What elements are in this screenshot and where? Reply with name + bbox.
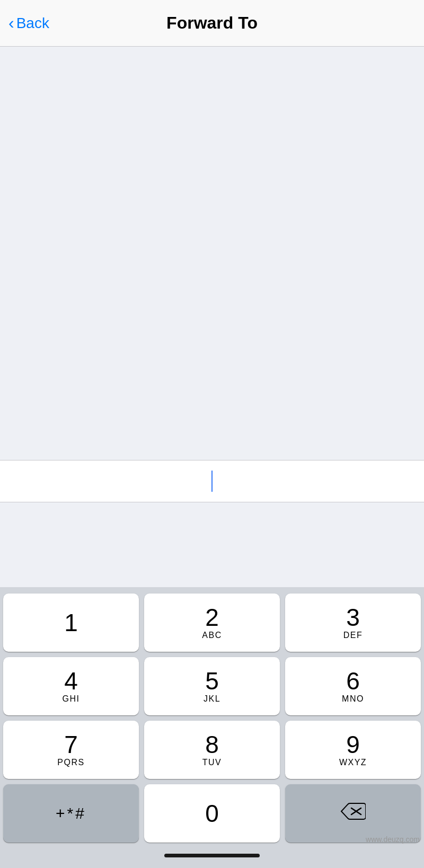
key-5-number: 5 — [205, 669, 219, 693]
key-3[interactable]: 3 DEF — [285, 594, 421, 652]
key-0[interactable]: 0 — [144, 784, 280, 843]
key-7[interactable]: 7 PQRS — [3, 721, 139, 779]
key-9-letters: WXYZ — [339, 758, 367, 767]
text-cursor — [211, 471, 213, 492]
home-indicator-bar — [164, 854, 260, 857]
key-7-letters: PQRS — [57, 758, 84, 767]
phone-input-field[interactable] — [0, 460, 424, 502]
key-1-number: 1 — [64, 610, 78, 635]
key-2[interactable]: 2 ABC — [144, 594, 280, 652]
back-label: Back — [16, 15, 49, 32]
delete-icon — [340, 802, 366, 825]
chevron-left-icon: ‹ — [8, 14, 14, 31]
navigation-bar: ‹ Back Forward To — [0, 0, 424, 47]
back-button[interactable]: ‹ Back — [8, 15, 49, 32]
key-7-number: 7 — [64, 732, 78, 757]
key-symbols-label: +*# — [56, 804, 86, 822]
keyboard-above-spacer — [0, 502, 424, 587]
key-8-number: 8 — [205, 732, 219, 757]
key-4-letters: GHI — [63, 694, 80, 704]
key-8-letters: TUV — [202, 758, 222, 767]
phone-keyboard: 1 2 ABC 3 DEF 4 GHI 5 JKL 6 MNO 7 PQRS 8 — [0, 587, 424, 847]
key-4[interactable]: 4 GHI — [3, 657, 139, 715]
keyboard-grid: 1 2 ABC 3 DEF 4 GHI 5 JKL 6 MNO 7 PQRS 8 — [3, 594, 421, 843]
key-6-number: 6 — [346, 669, 360, 693]
key-5[interactable]: 5 JKL — [144, 657, 280, 715]
key-2-letters: ABC — [202, 631, 222, 640]
key-5-letters: JKL — [204, 694, 220, 704]
home-indicator-area — [0, 847, 424, 868]
content-area — [0, 47, 424, 460]
key-4-number: 4 — [64, 669, 78, 693]
page-title: Forward To — [166, 13, 258, 33]
key-6-letters: MNO — [342, 694, 364, 704]
key-symbols[interactable]: +*# — [3, 784, 139, 843]
key-9-number: 9 — [346, 732, 360, 757]
key-0-number: 0 — [205, 801, 219, 826]
key-1[interactable]: 1 — [3, 594, 139, 652]
key-3-number: 3 — [346, 605, 360, 630]
key-3-letters: DEF — [343, 631, 363, 640]
key-6[interactable]: 6 MNO — [285, 657, 421, 715]
key-delete[interactable] — [285, 784, 421, 843]
key-8[interactable]: 8 TUV — [144, 721, 280, 779]
key-9[interactable]: 9 WXYZ — [285, 721, 421, 779]
key-2-number: 2 — [205, 605, 219, 630]
